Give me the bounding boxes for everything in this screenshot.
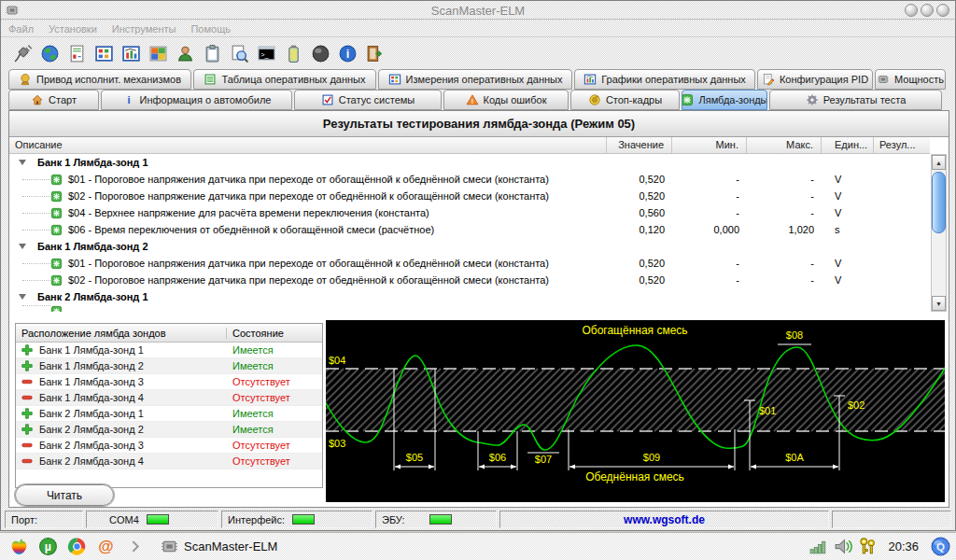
sensor-row[interactable]: Банк 1 Лямбда-зонд 1Имеется bbox=[16, 343, 322, 358]
connect-button[interactable] bbox=[12, 44, 33, 64]
result-desc: $02 - Пороговое напряжение датчика при п… bbox=[9, 274, 607, 287]
clipboard-button[interactable] bbox=[202, 44, 222, 64]
apple-icon[interactable] bbox=[9, 537, 29, 556]
tab-top-3[interactable]: Графики оперативных данных bbox=[574, 69, 755, 90]
ball-button[interactable] bbox=[310, 44, 330, 64]
scroll-up-icon[interactable]: ▲ bbox=[932, 155, 946, 170]
website-link[interactable]: www.wgsoft.de bbox=[624, 513, 705, 526]
menu-item-tools[interactable]: Инструменты bbox=[112, 23, 176, 35]
sensor-row[interactable]: Банк 1 Лямбда-зонд 2Имеется bbox=[16, 358, 322, 374]
col-value[interactable]: Значение bbox=[607, 137, 672, 153]
search-ball-icon[interactable]: Q bbox=[931, 537, 950, 556]
lambda-test-icon bbox=[50, 224, 63, 236]
close-button[interactable] bbox=[936, 4, 949, 17]
globe-button[interactable] bbox=[39, 44, 60, 64]
scrollbar-thumb[interactable] bbox=[932, 172, 946, 233]
collapse-triangle-icon[interactable] bbox=[19, 160, 26, 165]
tab-top-5[interactable]: Мощность bbox=[875, 69, 946, 90]
result-row[interactable]: $01 - Пороговое напряжения датчика при п… bbox=[9, 255, 930, 272]
result-row[interactable]: $02 - Пороговое напряжение датчика при п… bbox=[9, 188, 930, 204]
col-min[interactable]: Мин. bbox=[672, 137, 747, 153]
group-row[interactable]: Банк 2 Лямбда-зонд 1 bbox=[9, 288, 930, 305]
data-table-button[interactable] bbox=[93, 44, 114, 64]
keys-icon[interactable] bbox=[858, 537, 878, 556]
sensor-name: Банк 1 Лямбда-зонд 1 bbox=[39, 344, 227, 356]
lambda-chart: Обогащённая смесь Обеднённая смесь $04 $… bbox=[326, 320, 945, 502]
tab-bottom-4[interactable]: Стоп-кадры bbox=[570, 90, 680, 110]
group-row[interactable]: Банк 1 Лямбда-зонд 1 bbox=[9, 154, 930, 171]
sensor-row[interactable]: Банк 2 Лямбда-зонд 3Отсутствует bbox=[16, 438, 322, 454]
tab-bottom-1[interactable]: iИнформация о автомобиле bbox=[101, 90, 292, 110]
info-button[interactable]: i bbox=[337, 44, 358, 64]
search-doc-button[interactable] bbox=[229, 44, 249, 64]
col-unit[interactable]: Един... bbox=[822, 137, 874, 153]
vertical-scrollbar[interactable]: ▲ ▼ bbox=[931, 154, 947, 312]
exit-button[interactable] bbox=[364, 44, 385, 64]
tab-bottom-5[interactable]: Лямбда-зонды bbox=[682, 90, 767, 110]
tab-bottom-2[interactable]: Статус системы bbox=[294, 90, 442, 110]
minimize-button[interactable] bbox=[905, 4, 918, 17]
absent-minus-icon bbox=[21, 439, 34, 452]
cell-unit: s bbox=[822, 224, 874, 235]
mail-icon[interactable]: @ bbox=[96, 537, 116, 556]
sensor-name: Банк 2 Лямбда-зонд 1 bbox=[39, 408, 227, 419]
marker-0A: $0A bbox=[785, 452, 804, 463]
tab-top-2[interactable]: Измерения оперативных данных bbox=[378, 69, 572, 90]
graph-button[interactable] bbox=[120, 44, 141, 64]
user-button[interactable] bbox=[175, 44, 195, 64]
tab-top-4[interactable]: Конфигурация PID bbox=[757, 69, 873, 90]
sensor-row[interactable]: Банк 2 Лямбда-зонд 4Отсутствует bbox=[16, 454, 322, 469]
svg-text:Q: Q bbox=[936, 541, 945, 553]
clock[interactable]: 20:36 bbox=[888, 539, 919, 553]
sensor-row[interactable]: Банк 2 Лямбда-зонд 2Имеется bbox=[16, 422, 322, 438]
tab-top-1[interactable]: Таблица оперативных данных bbox=[193, 69, 376, 90]
graph-icon bbox=[121, 44, 141, 63]
menu-bar: ФайлУстановкиИнструментыПомощь bbox=[1, 21, 955, 37]
scroll-down-icon[interactable]: ▼ bbox=[932, 296, 946, 311]
tab-top-0[interactable]: Привод исполнит. механизмов bbox=[8, 69, 191, 90]
menu-item-file[interactable]: Файл bbox=[8, 23, 34, 35]
col-result[interactable]: Резул... bbox=[874, 137, 927, 153]
battery-button[interactable] bbox=[283, 44, 303, 64]
gallery-button[interactable] bbox=[148, 44, 168, 64]
col-description[interactable]: Описание bbox=[9, 137, 607, 153]
chart-bottom-label: Обеднённая смесь bbox=[585, 470, 684, 483]
taskbar-app-label: ScanMaster-ELM bbox=[184, 539, 277, 553]
tab-bottom-6[interactable]: Результаты теста bbox=[769, 90, 942, 110]
cell-unit: V bbox=[822, 190, 874, 202]
col-max[interactable]: Макс. bbox=[747, 137, 822, 153]
signal-icon[interactable] bbox=[809, 537, 829, 556]
tab-bottom-3[interactable]: !Коды ошибок bbox=[443, 90, 569, 110]
result-row[interactable]: $01 - Пороговое напряжения датчика при п… bbox=[9, 171, 930, 188]
cell-max: 1,020 bbox=[747, 224, 822, 235]
collapse-triangle-icon[interactable] bbox=[19, 294, 26, 300]
sensor-status: Отсутствует bbox=[227, 392, 290, 403]
table-green-icon bbox=[204, 73, 217, 86]
taskbar-app-button[interactable]: ScanMaster-ELM bbox=[160, 537, 277, 556]
app-window: ScanMaster-ELM ФайлУстановкиИнструментыП… bbox=[0, 0, 956, 531]
results-title: Результаты тестирования лямбда-зонда (Ре… bbox=[9, 111, 949, 137]
sensor-row[interactable]: Банк 1 Лямбда-зонд 3Отсутствует bbox=[16, 374, 322, 390]
utorrent-icon[interactable]: µ bbox=[38, 537, 58, 556]
result-row[interactable]: $02 - Пороговое напряжение датчика при п… bbox=[9, 272, 930, 288]
tab-label: Статус системы bbox=[339, 94, 415, 105]
home-icon bbox=[31, 93, 44, 106]
maximize-button[interactable] bbox=[921, 4, 934, 17]
group-row[interactable]: Банк 1 Лямбда-зонд 2 bbox=[9, 238, 930, 255]
terminal-button[interactable]: >_ bbox=[256, 44, 276, 64]
sensor-name: Банк 1 Лямбда-зонд 4 bbox=[39, 392, 227, 403]
collapse-triangle-icon[interactable] bbox=[19, 244, 26, 249]
report-button[interactable] bbox=[66, 44, 87, 64]
result-row[interactable]: $04 - Верхнее напряжение для расчёта вре… bbox=[9, 204, 930, 221]
sensor-row[interactable]: Банк 1 Лямбда-зонд 4Отсутствует bbox=[16, 390, 322, 406]
result-row[interactable]: $06 - Время переключения от обеднённой к… bbox=[9, 221, 930, 238]
read-button[interactable]: Читать bbox=[15, 484, 114, 506]
chrome-icon[interactable] bbox=[67, 537, 87, 556]
menu-item-settings[interactable]: Установки bbox=[49, 23, 97, 35]
menu-item-help[interactable]: Помощь bbox=[190, 23, 231, 35]
sensor-row[interactable]: Банк 2 Лямбда-зонд 1Имеется bbox=[16, 406, 322, 422]
tab-bottom-0[interactable]: Старт bbox=[8, 90, 99, 110]
launcher-arrow-icon[interactable] bbox=[125, 537, 145, 556]
title-bar[interactable]: ScanMaster-ELM bbox=[1, 1, 955, 20]
speaker-icon[interactable] bbox=[834, 537, 853, 556]
